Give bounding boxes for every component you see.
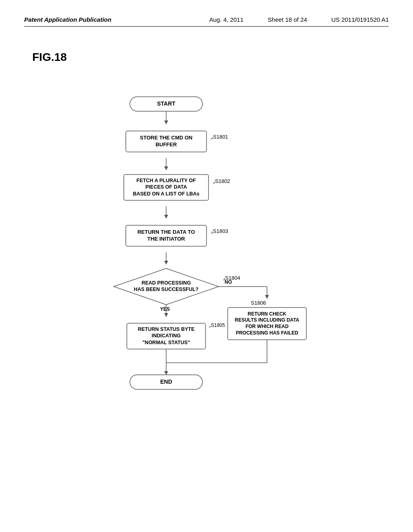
publication-date: Aug. 4, 2011 <box>209 16 244 23</box>
flowchart: STARTSTORE THE CMD ONBUFFER⌟S1801FETCH A… <box>24 80 389 443</box>
svg-marker-9 <box>164 166 168 170</box>
svg-text:PROCESSING HAS FAILED: PROCESSING HAS FAILED <box>236 330 298 336</box>
page-header: Patent Application Publication Aug. 4, 2… <box>24 16 389 27</box>
svg-text:"NORMAL STATUS": "NORMAL STATUS" <box>142 340 190 345</box>
flowchart-svg: STARTSTORE THE CMD ONBUFFER⌟S1801FETCH A… <box>65 80 348 443</box>
svg-text:⌟S1802: ⌟S1802 <box>213 178 230 184</box>
svg-text:STORE THE CMD ON: STORE THE CMD ON <box>140 135 193 141</box>
header-right: Aug. 4, 2011 Sheet 18 of 24 US 2011/0191… <box>209 16 389 23</box>
svg-text:FOR WHICH READ: FOR WHICH READ <box>246 324 289 329</box>
svg-marker-16 <box>164 215 168 218</box>
patent-number: US 2011/0191520 A1 <box>331 16 389 23</box>
svg-text:HAS BEEN SUCCESSFUL?: HAS BEEN SUCCESSFUL? <box>134 287 198 292</box>
svg-text:RETURN CHECK: RETURN CHECK <box>248 311 286 317</box>
svg-marker-38 <box>265 295 269 299</box>
page: Patent Application Publication Aug. 4, 2… <box>0 0 413 532</box>
sheet-info: Sheet 18 of 24 <box>268 16 307 23</box>
svg-text:THE INITIATOR: THE INITIATOR <box>147 236 185 242</box>
figure-title: FIG.18 <box>32 51 389 64</box>
svg-marker-3 <box>164 121 168 124</box>
svg-text:RETURN STATUS BYTE: RETURN STATUS BYTE <box>138 326 195 332</box>
svg-text:BUFFER: BUFFER <box>156 141 177 148</box>
svg-text:FETCH A PLURALITY OF: FETCH A PLURALITY OF <box>136 178 196 183</box>
svg-text:BASED ON A LIST OF LBAs: BASED ON A LIST OF LBAs <box>133 191 199 197</box>
svg-marker-28 <box>164 313 168 317</box>
svg-marker-49 <box>164 371 168 375</box>
svg-text:YES: YES <box>160 306 170 312</box>
svg-text:INDICATING: INDICATING <box>152 333 181 339</box>
svg-text:NO: NO <box>225 279 232 285</box>
svg-text:END: END <box>160 378 172 385</box>
svg-text:RESULTS INCLUDING DATA: RESULTS INCLUDING DATA <box>235 317 299 323</box>
svg-text:RETURN THE DATA TO: RETURN THE DATA TO <box>138 229 195 235</box>
svg-text:PIECES OF DATA: PIECES OF DATA <box>145 184 187 190</box>
svg-text:⌟S1805: ⌟S1805 <box>209 322 225 328</box>
svg-text:⌟S1803: ⌟S1803 <box>211 228 228 234</box>
svg-text:START: START <box>157 100 175 107</box>
svg-marker-22 <box>164 261 168 264</box>
svg-text:S1806: S1806 <box>251 300 266 306</box>
svg-text:READ PROCESSING: READ PROCESSING <box>142 280 191 286</box>
publication-label: Patent Application Publication <box>24 16 111 23</box>
svg-text:⌟S1801: ⌟S1801 <box>211 134 228 140</box>
